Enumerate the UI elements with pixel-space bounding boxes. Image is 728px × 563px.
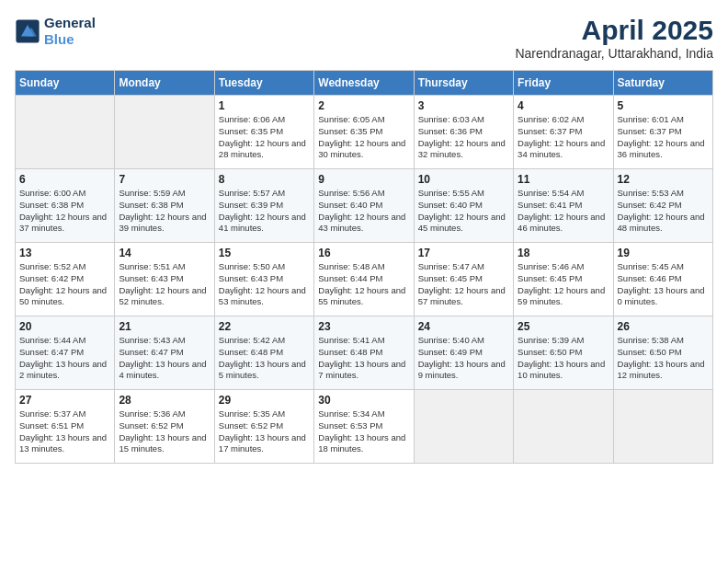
week-row-5: 27Sunrise: 5:37 AMSunset: 6:51 PMDayligh… <box>16 390 713 464</box>
day-number: 6 <box>19 173 110 186</box>
calendar-cell: 12Sunrise: 5:53 AMSunset: 6:42 PMDayligh… <box>613 169 712 243</box>
day-number: 15 <box>219 247 310 259</box>
day-number: 16 <box>318 247 409 259</box>
calendar-cell: 30Sunrise: 5:34 AMSunset: 6:53 PMDayligh… <box>314 390 414 464</box>
calendar-cell: 8Sunrise: 5:57 AMSunset: 6:39 PMDaylight… <box>214 169 313 243</box>
calendar-cell: 3Sunrise: 6:03 AMSunset: 6:36 PMDaylight… <box>414 96 513 169</box>
day-number: 8 <box>219 173 310 186</box>
day-info: Sunrise: 5:45 AMSunset: 6:46 PMDaylight:… <box>618 261 709 308</box>
column-header-saturday: Saturday <box>613 71 712 96</box>
day-number: 20 <box>19 320 110 333</box>
calendar-cell: 25Sunrise: 5:39 AMSunset: 6:50 PMDayligh… <box>514 316 613 390</box>
day-info: Sunrise: 5:56 AMSunset: 6:40 PMDaylight:… <box>318 188 409 235</box>
subtitle: Narendranagar, Uttarakhand, India <box>515 46 713 61</box>
day-info: Sunrise: 5:52 AMSunset: 6:42 PMDaylight:… <box>19 261 110 308</box>
calendar-cell: 23Sunrise: 5:41 AMSunset: 6:48 PMDayligh… <box>314 316 414 390</box>
calendar-cell <box>613 390 712 464</box>
week-row-3: 13Sunrise: 5:52 AMSunset: 6:42 PMDayligh… <box>16 243 713 316</box>
calendar-cell: 18Sunrise: 5:46 AMSunset: 6:45 PMDayligh… <box>514 243 613 316</box>
calendar-cell: 16Sunrise: 5:48 AMSunset: 6:44 PMDayligh… <box>314 243 414 316</box>
day-info: Sunrise: 5:57 AMSunset: 6:39 PMDaylight:… <box>219 188 310 235</box>
logo-text: General Blue <box>44 15 96 48</box>
day-number: 29 <box>219 394 310 407</box>
column-header-sunday: Sunday <box>16 71 115 96</box>
calendar-cell: 28Sunrise: 5:36 AMSunset: 6:52 PMDayligh… <box>115 390 214 464</box>
calendar-cell: 1Sunrise: 6:06 AMSunset: 6:35 PMDaylight… <box>214 96 313 169</box>
day-number: 17 <box>418 247 509 259</box>
calendar-cell: 7Sunrise: 5:59 AMSunset: 6:38 PMDaylight… <box>115 169 214 243</box>
calendar-cell <box>115 96 214 169</box>
day-info: Sunrise: 6:03 AMSunset: 6:36 PMDaylight:… <box>418 114 509 161</box>
calendar-cell: 17Sunrise: 5:47 AMSunset: 6:45 PMDayligh… <box>414 243 513 316</box>
day-info: Sunrise: 5:42 AMSunset: 6:48 PMDaylight:… <box>219 335 310 382</box>
main-title: April 2025 <box>515 15 713 46</box>
day-number: 1 <box>219 99 310 112</box>
day-info: Sunrise: 5:35 AMSunset: 6:52 PMDaylight:… <box>219 408 310 455</box>
column-header-wednesday: Wednesday <box>314 71 414 96</box>
day-number: 21 <box>119 320 210 333</box>
day-info: Sunrise: 6:05 AMSunset: 6:35 PMDaylight:… <box>318 114 409 161</box>
day-info: Sunrise: 5:34 AMSunset: 6:53 PMDaylight:… <box>318 408 409 455</box>
day-number: 25 <box>518 320 609 333</box>
calendar-cell: 6Sunrise: 6:00 AMSunset: 6:38 PMDaylight… <box>16 169 115 243</box>
calendar-cell: 5Sunrise: 6:01 AMSunset: 6:37 PMDaylight… <box>613 96 712 169</box>
day-info: Sunrise: 6:02 AMSunset: 6:37 PMDaylight:… <box>518 114 609 161</box>
day-number: 27 <box>19 394 110 407</box>
calendar-cell <box>514 390 613 464</box>
day-number: 12 <box>618 173 709 186</box>
day-number: 22 <box>219 320 310 333</box>
day-number: 18 <box>518 247 609 259</box>
day-number: 30 <box>318 394 409 407</box>
week-row-4: 20Sunrise: 5:44 AMSunset: 6:47 PMDayligh… <box>16 316 713 390</box>
day-number: 26 <box>618 320 709 333</box>
calendar-cell: 15Sunrise: 5:50 AMSunset: 6:43 PMDayligh… <box>214 243 313 316</box>
calendar-cell: 2Sunrise: 6:05 AMSunset: 6:35 PMDaylight… <box>314 96 414 169</box>
column-header-thursday: Thursday <box>414 71 513 96</box>
day-info: Sunrise: 5:50 AMSunset: 6:43 PMDaylight:… <box>219 261 310 308</box>
day-number: 9 <box>318 173 409 186</box>
calendar-cell: 29Sunrise: 5:35 AMSunset: 6:52 PMDayligh… <box>214 390 313 464</box>
day-info: Sunrise: 5:54 AMSunset: 6:41 PMDaylight:… <box>518 188 609 235</box>
calendar-cell: 19Sunrise: 5:45 AMSunset: 6:46 PMDayligh… <box>613 243 712 316</box>
calendar-table: SundayMondayTuesdayWednesdayThursdayFrid… <box>15 70 713 464</box>
calendar-cell: 9Sunrise: 5:56 AMSunset: 6:40 PMDaylight… <box>314 169 414 243</box>
calendar-header-row: SundayMondayTuesdayWednesdayThursdayFrid… <box>16 71 713 96</box>
day-info: Sunrise: 5:59 AMSunset: 6:38 PMDaylight:… <box>119 188 210 235</box>
calendar-cell: 4Sunrise: 6:02 AMSunset: 6:37 PMDaylight… <box>514 96 613 169</box>
calendar-cell <box>414 390 513 464</box>
calendar-body: 1Sunrise: 6:06 AMSunset: 6:35 PMDaylight… <box>16 96 713 464</box>
calendar-cell: 13Sunrise: 5:52 AMSunset: 6:42 PMDayligh… <box>16 243 115 316</box>
day-info: Sunrise: 6:06 AMSunset: 6:35 PMDaylight:… <box>219 114 310 161</box>
calendar-cell: 24Sunrise: 5:40 AMSunset: 6:49 PMDayligh… <box>414 316 513 390</box>
calendar-cell: 20Sunrise: 5:44 AMSunset: 6:47 PMDayligh… <box>16 316 115 390</box>
calendar-cell: 27Sunrise: 5:37 AMSunset: 6:51 PMDayligh… <box>16 390 115 464</box>
day-number: 24 <box>418 320 509 333</box>
logo: General Blue <box>15 15 96 48</box>
week-row-2: 6Sunrise: 6:00 AMSunset: 6:38 PMDaylight… <box>16 169 713 243</box>
calendar-cell: 26Sunrise: 5:38 AMSunset: 6:50 PMDayligh… <box>613 316 712 390</box>
day-info: Sunrise: 5:38 AMSunset: 6:50 PMDaylight:… <box>618 335 709 382</box>
title-area: April 2025 Narendranagar, Uttarakhand, I… <box>515 15 713 61</box>
column-header-monday: Monday <box>115 71 214 96</box>
day-info: Sunrise: 5:53 AMSunset: 6:42 PMDaylight:… <box>618 188 709 235</box>
calendar-cell <box>16 96 115 169</box>
day-info: Sunrise: 5:36 AMSunset: 6:52 PMDaylight:… <box>119 408 210 455</box>
week-row-1: 1Sunrise: 6:06 AMSunset: 6:35 PMDaylight… <box>16 96 713 169</box>
logo-icon <box>15 18 40 44</box>
day-info: Sunrise: 5:41 AMSunset: 6:48 PMDaylight:… <box>318 335 409 382</box>
day-info: Sunrise: 6:01 AMSunset: 6:37 PMDaylight:… <box>618 114 709 161</box>
day-info: Sunrise: 5:48 AMSunset: 6:44 PMDaylight:… <box>318 261 409 308</box>
day-number: 23 <box>318 320 409 333</box>
calendar-cell: 11Sunrise: 5:54 AMSunset: 6:41 PMDayligh… <box>514 169 613 243</box>
calendar-cell: 22Sunrise: 5:42 AMSunset: 6:48 PMDayligh… <box>214 316 313 390</box>
day-number: 28 <box>119 394 210 407</box>
day-info: Sunrise: 5:37 AMSunset: 6:51 PMDaylight:… <box>19 408 110 455</box>
day-info: Sunrise: 5:40 AMSunset: 6:49 PMDaylight:… <box>418 335 509 382</box>
day-number: 13 <box>19 247 110 259</box>
calendar-cell: 14Sunrise: 5:51 AMSunset: 6:43 PMDayligh… <box>115 243 214 316</box>
day-number: 2 <box>318 99 409 112</box>
calendar-cell: 10Sunrise: 5:55 AMSunset: 6:40 PMDayligh… <box>414 169 513 243</box>
calendar-cell: 21Sunrise: 5:43 AMSunset: 6:47 PMDayligh… <box>115 316 214 390</box>
header: General Blue April 2025 Narendranagar, U… <box>15 15 713 61</box>
day-info: Sunrise: 5:46 AMSunset: 6:45 PMDaylight:… <box>518 261 609 308</box>
